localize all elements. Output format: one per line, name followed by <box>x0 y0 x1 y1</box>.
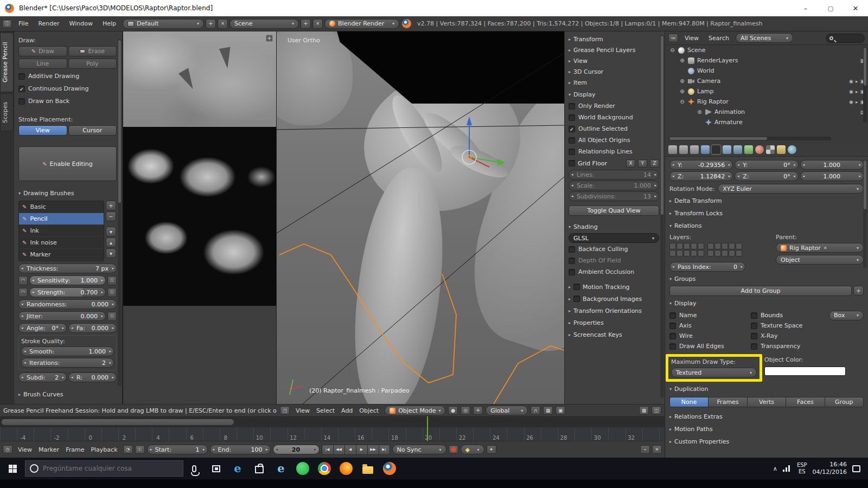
duplication-faces-button[interactable]: Faces <box>786 397 824 407</box>
orientation-select[interactable]: Global <box>486 406 528 415</box>
selectability-icon[interactable]: ▸ <box>856 79 858 84</box>
thickness-slider[interactable]: Thickness: 7 px <box>18 264 117 273</box>
subdivision-steps-field[interactable]: Subdi: 2 <box>18 373 67 382</box>
layers-widget[interactable]: ▦ <box>639 406 649 415</box>
tab-modifiers[interactable] <box>733 145 742 154</box>
draw-on-back-checkbox[interactable]: Draw on Back <box>18 96 117 106</box>
timeline-menu-item[interactable]: View <box>15 446 35 453</box>
object-color-swatch[interactable] <box>764 367 846 376</box>
move-brush-down-button[interactable]: ▾ <box>106 248 116 258</box>
outliner-item-camera[interactable]: Camera ◉▸▣ <box>665 76 868 86</box>
keying-options-icon[interactable]: ✦ <box>487 445 496 454</box>
tab-scene[interactable] <box>690 145 699 154</box>
motion-tracking-checkbox[interactable] <box>573 284 580 290</box>
draw-button[interactable]: Draw <box>18 46 67 56</box>
visibility-eye-icon[interactable]: ◉ <box>849 79 853 84</box>
scale-z-field[interactable]: 1.000 <box>800 171 864 181</box>
outliner-item-lamp[interactable]: Lamp ◉▸▣ <box>665 86 868 97</box>
pass-index-field[interactable]: Pass Index: 0 <box>669 262 745 272</box>
npanel-section-header[interactable]: 3D Cursor <box>569 66 659 77</box>
jitter-slider[interactable]: Jitter: 0.000 <box>18 311 106 321</box>
properties-panel-header[interactable]: Properties <box>569 317 659 328</box>
location-y-field[interactable]: Y:-0.29356 <box>669 160 733 170</box>
collapse-icon[interactable] <box>669 47 675 53</box>
background-images-panel-header[interactable]: Background Images <box>569 293 659 304</box>
viewport-menu-item[interactable]: Select <box>313 407 338 414</box>
axis-checkbox[interactable]: Axis <box>669 320 751 331</box>
task-view-button[interactable] <box>205 458 227 479</box>
add-to-group-button[interactable]: Add to Group <box>669 286 852 296</box>
parent-field[interactable]: Rig Raptor ✕ <box>776 243 864 253</box>
toolshelf-scrollbar[interactable] <box>118 39 122 386</box>
relations-extras-panel-header[interactable]: Relations Extras <box>669 411 864 422</box>
tab-object[interactable] <box>712 145 720 154</box>
tab-physics[interactable] <box>788 145 796 154</box>
selectability-icon[interactable]: ▸ <box>856 99 858 105</box>
viewport-3d[interactable]: User Ortho (20) Raptor_finalmesh : Parpa… <box>277 31 564 404</box>
visibility-eye-icon[interactable]: ◉ <box>849 99 853 105</box>
motion-tracking-panel-header[interactable]: Motion Tracking <box>569 281 659 292</box>
cortana-search-box[interactable] <box>25 460 183 477</box>
screen-layout-select[interactable]: Default <box>123 19 204 29</box>
brush-list-item[interactable]: Pencil <box>19 213 104 225</box>
tab-material[interactable] <box>755 145 764 154</box>
properties-scrollbar[interactable] <box>863 159 867 268</box>
delta-transform-panel-header[interactable]: Delta Transform <box>669 195 864 206</box>
auto-keyframe-button[interactable] <box>449 445 458 454</box>
poly-button[interactable]: Poly <box>68 59 117 69</box>
timeline-scroll-strip[interactable] <box>0 416 665 427</box>
grid-scale-field[interactable]: Scale: 1.000 <box>569 181 659 190</box>
duplication-none-button[interactable]: None <box>669 397 708 407</box>
npanel-section-header[interactable]: View <box>569 55 659 66</box>
backface-culling-checkbox[interactable]: Backface Culling <box>569 244 659 254</box>
brush-list-item[interactable]: Basic <box>19 201 104 213</box>
network-icon[interactable] <box>783 465 792 472</box>
minimize-button[interactable] <box>793 0 818 16</box>
random-radius-field[interactable]: R: 0.000 <box>68 373 117 382</box>
world-background-checkbox[interactable]: World Background <box>569 112 659 123</box>
pressure-sensitivity-icon[interactable]: ◠ <box>18 276 28 285</box>
collapse-icon[interactable] <box>679 99 685 105</box>
brush-specials-button[interactable]: ▾ <box>106 227 116 236</box>
current-frame-field[interactable]: 20 <box>273 445 320 454</box>
tab-grease-pencil[interactable]: Grease Pencil <box>0 33 14 92</box>
internet-explorer-button[interactable]: e <box>270 458 292 479</box>
rotation-z-field[interactable]: Z:0° <box>735 171 798 181</box>
tab-constraints[interactable] <box>723 145 731 154</box>
chrome-taskbar-button[interactable] <box>314 458 335 479</box>
use-preview-range-icon[interactable]: ◔ <box>123 445 133 454</box>
manipulator-translate-icon[interactable]: ✛ <box>473 406 483 415</box>
outliner-vscrollbar[interactable] <box>863 47 867 123</box>
sensitivity-slider[interactable]: Sensitivity: 1.000 <box>29 275 106 285</box>
wire-checkbox[interactable]: Wire <box>669 331 751 341</box>
parent-type-select[interactable]: Object <box>776 255 864 265</box>
lock-to-scene-icon[interactable]: ◫ <box>652 406 661 415</box>
brush-list-item[interactable]: Ink noise <box>19 237 104 249</box>
brush-list-item[interactable]: Marker <box>19 249 104 261</box>
selectability-icon[interactable]: ▸ <box>856 89 858 94</box>
additive-drawing-checkbox[interactable]: Additive Drawing <box>18 71 117 81</box>
lock-time-icon[interactable]: ⚿ <box>135 445 145 454</box>
visibility-eye-icon[interactable]: ◉ <box>849 89 853 94</box>
menu-item[interactable]: Render <box>33 16 64 31</box>
grid-lines-field[interactable]: Lines: 14 <box>569 170 659 179</box>
rotation-mode-select[interactable]: XYZ Euler <box>718 184 864 194</box>
menu-item[interactable]: Help <box>98 16 121 31</box>
outliner-search-field[interactable] <box>826 34 865 43</box>
axis-x-toggle[interactable]: X <box>626 159 635 168</box>
keying-set-select[interactable]: ◆ <box>461 445 484 454</box>
expand-icon[interactable] <box>679 78 685 84</box>
all-object-origins-checkbox[interactable]: All Object Origins <box>569 135 659 145</box>
smooth-slider[interactable]: Smooth: 1.000 <box>21 346 114 356</box>
strength-slider[interactable]: Strength: 0.700 <box>29 287 106 297</box>
npanel-section-header[interactable]: Item <box>569 77 659 88</box>
motion-paths-panel-header[interactable]: Motion Paths <box>669 423 864 434</box>
location-z-field[interactable]: Z:1.12842 <box>669 171 733 181</box>
scale-y-field[interactable]: 1.000 <box>800 160 864 170</box>
render-engine-select[interactable]: Blender Render <box>324 19 399 29</box>
relations-panel-header[interactable]: Relations <box>669 220 864 231</box>
bounds-checkbox[interactable] <box>751 312 757 319</box>
npanel-section-header[interactable]: Transform <box>569 34 659 44</box>
outliner-item-renderlayers[interactable]: RenderLayers ▦ <box>665 55 868 66</box>
brush-list-item[interactable]: Ink <box>19 225 104 237</box>
